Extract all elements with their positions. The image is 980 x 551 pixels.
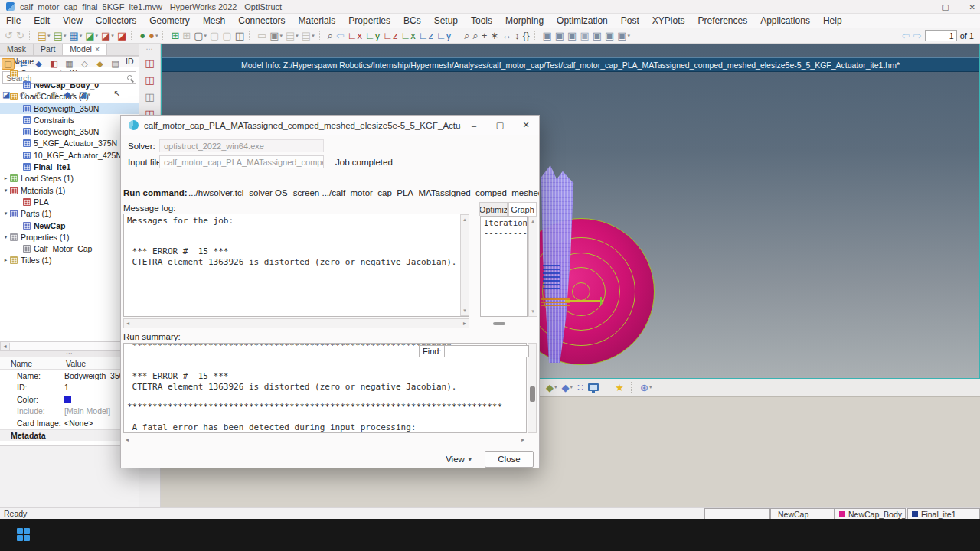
- status-segment[interactable]: NewCap_Body_0: [835, 508, 906, 520]
- tree-col-id[interactable]: ID: [122, 57, 139, 67]
- message-log-vscrollbar[interactable]: ▴▾: [460, 214, 469, 316]
- zoom-icon[interactable]: ⌕▾: [328, 31, 333, 41]
- axis-xy-icon[interactable]: ∟x▾: [348, 31, 362, 41]
- menu-item[interactable]: View: [63, 15, 83, 26]
- entity-row[interactable]: Name: Bodyweigth_350N: [0, 370, 139, 382]
- windows-start-button[interactable]: [17, 528, 30, 541]
- capture-video-icon[interactable]: ▣▾: [617, 31, 630, 41]
- dialog-maximize-button[interactable]: ▢: [487, 120, 513, 130]
- tree-caret-icon[interactable]: ▸: [2, 257, 9, 263]
- panel-entity-icon[interactable]: ◫: [145, 91, 154, 103]
- prev-page-icon[interactable]: ⇦: [902, 30, 910, 41]
- entity-row[interactable]: Card Image: <None>: [0, 417, 139, 429]
- braces-icon[interactable]: {}▾: [523, 31, 530, 41]
- find-input[interactable]: [445, 345, 529, 357]
- message-log-hscrollbar[interactable]: ◂▸: [123, 318, 469, 328]
- mask-tool-icon[interactable]: ▢: [2, 58, 15, 70]
- zoom-dynamic-icon[interactable]: ⌕▾: [473, 31, 479, 41]
- pane-splitter[interactable]: ⋯: [0, 351, 139, 357]
- copy-icon[interactable]: ▣▾: [270, 31, 283, 41]
- menu-item[interactable]: Geometry: [149, 15, 190, 26]
- geometry-tool-icon[interactable]: ◇: [78, 58, 91, 70]
- organize-tool-icon[interactable]: ▤: [109, 58, 122, 70]
- tree-caret-icon[interactable]: ▸: [2, 175, 9, 181]
- menu-item[interactable]: XYPlots: [652, 15, 685, 26]
- paste-special-icon[interactable]: ▤▾: [302, 31, 315, 41]
- tree-item[interactable]: ▾ Materials (1): [0, 184, 139, 196]
- tree-item[interactable]: NewCap: [0, 220, 139, 231]
- split-window2-icon[interactable]: ▢▾: [222, 31, 231, 41]
- split-window-icon[interactable]: ▢▾: [210, 31, 219, 41]
- menu-item[interactable]: Applications: [760, 15, 810, 26]
- single-window-icon[interactable]: ▢▾: [194, 31, 207, 41]
- metadata-section[interactable]: Metadata: [0, 429, 139, 442]
- dialog-title-bar[interactable]: calf_motor_cap_PLA_MATassigned_comped_me…: [121, 116, 539, 135]
- panel-display-icon[interactable]: ◫: [145, 74, 154, 86]
- menu-item[interactable]: Help: [823, 15, 842, 26]
- undo-icon[interactable]: ↺▾: [5, 31, 13, 41]
- capture-copy-icon[interactable]: ▣▾: [593, 31, 602, 41]
- dialog-minimize-button[interactable]: –: [461, 121, 487, 130]
- entity-row[interactable]: ID: 1: [0, 382, 139, 394]
- view-controls-icon[interactable]: ⊛▾: [640, 382, 652, 393]
- tree-item[interactable]: ▸ Titles (1): [0, 255, 139, 266]
- card-edit-icon[interactable]: ◧: [47, 58, 60, 70]
- import-file-icon[interactable]: ◪▾: [85, 31, 98, 41]
- tree-item[interactable]: ▾ Parts (1): [0, 208, 139, 220]
- tree-item[interactable]: ▸ Load Steps (1): [0, 173, 139, 184]
- capture-dashed-icon[interactable]: ▣▾: [580, 31, 589, 41]
- menu-item[interactable]: Optimization: [557, 15, 608, 26]
- export-file-icon[interactable]: ◪▾: [101, 31, 114, 41]
- scroll-left-icon[interactable]: ◂: [1, 343, 10, 350]
- menu-item[interactable]: Tools: [471, 15, 492, 26]
- tree-item[interactable]: 5_KGF_Actuator_375N: [0, 138, 139, 149]
- menu-item[interactable]: Collectors: [96, 15, 136, 26]
- view-dropdown-button[interactable]: View▾: [439, 451, 479, 468]
- shaded-geometry-icon[interactable]: ◆▾: [562, 382, 573, 393]
- back-view-icon[interactable]: ⇦▾: [336, 31, 345, 41]
- axis-yz-icon[interactable]: ∟y▾: [436, 31, 451, 41]
- zoom-in-icon[interactable]: ⌕▾: [464, 31, 469, 41]
- close-button[interactable]: Close: [485, 451, 534, 468]
- export-ppt-icon[interactable]: ◪▾: [117, 31, 126, 41]
- menu-item[interactable]: Post: [621, 15, 639, 26]
- tab-part[interactable]: Part: [34, 44, 63, 55]
- pan-hand-icon[interactable]: ∗▾: [490, 31, 498, 41]
- run-summary-hscrollbar[interactable]: ◂▸: [123, 435, 527, 445]
- capture-session-icon[interactable]: ▣▾: [567, 31, 577, 41]
- menu-item[interactable]: Preferences: [697, 15, 747, 26]
- shaded-mesh-icon[interactable]: ◆▾: [546, 382, 557, 393]
- tree-item[interactable]: Constraints: [0, 114, 139, 126]
- reverse-display-icon[interactable]: ◎▾: [32, 89, 45, 100]
- status-segment[interactable]: NewCap: [770, 508, 835, 520]
- iteration-box[interactable]: Iteration ---------: [480, 216, 528, 317]
- tree-item[interactable]: Bodyweight_350N: [0, 126, 139, 137]
- tab-close-icon[interactable]: ×: [95, 44, 100, 54]
- model-browser-icon[interactable]: ◫▾: [235, 31, 244, 41]
- message-log-box[interactable]: Messages for the job: *** ERROR # 15 ***…: [123, 214, 469, 317]
- menu-item[interactable]: Mesh: [203, 15, 225, 26]
- element-display-icon[interactable]: ◆▾: [63, 89, 76, 100]
- tree-item[interactable]: Calf_Motor_Cap: [0, 243, 139, 254]
- user-profile-icon[interactable]: ●▾: [139, 31, 145, 41]
- show-hide-icon[interactable]: ◎▾: [17, 89, 30, 100]
- panel-mask-icon[interactable]: ◫: [145, 57, 154, 69]
- link-entities-icon[interactable]: ⇄: [17, 58, 30, 70]
- open-model-icon[interactable]: ▤▾: [54, 31, 67, 41]
- cut-icon[interactable]: ▭▾: [257, 31, 266, 41]
- tab-model[interactable]: Model×: [63, 44, 107, 55]
- tree-caret-icon[interactable]: ▾: [2, 234, 9, 240]
- page-number-input[interactable]: 1: [925, 30, 957, 41]
- window-minimize-button[interactable]: –: [918, 3, 923, 11]
- tab-optimization[interactable]: Optimiz: [479, 202, 508, 216]
- axis-yx-icon[interactable]: ∟y▾: [365, 31, 380, 41]
- capture-print-icon[interactable]: ▣▾: [605, 31, 614, 41]
- tree-caret-icon[interactable]: ▾: [2, 187, 9, 194]
- menu-item[interactable]: BCs: [403, 15, 421, 26]
- performance-monitor-icon[interactable]: ▾: [588, 383, 599, 391]
- new-page-icon[interactable]: ⊞▾: [171, 31, 179, 41]
- menu-item[interactable]: Materials: [299, 15, 336, 26]
- tab-mask[interactable]: Mask: [0, 44, 34, 55]
- capture-window-icon[interactable]: ▣▾: [543, 31, 552, 41]
- tree-caret-icon[interactable]: ▾: [2, 210, 9, 217]
